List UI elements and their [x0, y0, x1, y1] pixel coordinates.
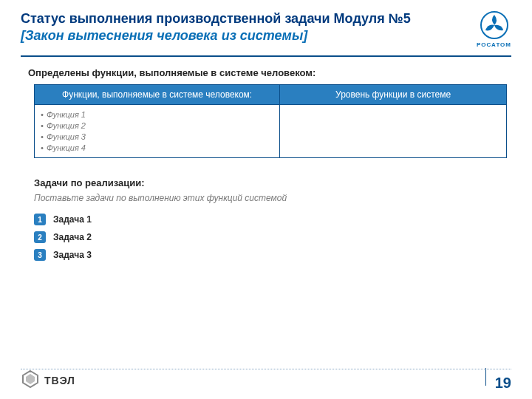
table-header-functions: Функции, выполняемые в системе человеком…: [35, 85, 280, 105]
task-row: 1 Задача 1: [34, 214, 511, 225]
logo-tvel-label: ТВЭЛ: [44, 375, 75, 386]
logo-rosatom-label: РОСАТОМ: [477, 41, 511, 48]
rosatom-icon: [477, 10, 511, 40]
header: Статус выполнения производственной задач…: [21, 10, 511, 48]
logo-rosatom: РОСАТОМ: [477, 10, 511, 48]
functions-table: Функции, выполняемые в системе человеком…: [34, 84, 507, 158]
svg-marker-2: [26, 374, 35, 384]
table-cell-level: [280, 105, 507, 158]
page-separator: [485, 368, 486, 386]
task-row: 3 Задача 3: [34, 249, 511, 261]
function-item: Функция 2: [41, 120, 273, 132]
header-rule: [21, 55, 511, 57]
page-title-line1: Статус выполнения производственной задач…: [21, 10, 411, 27]
title-block: Статус выполнения производственной задач…: [21, 10, 411, 44]
task-row: 2 Задача 2: [34, 231, 511, 243]
task-label: Задача 1: [53, 214, 92, 225]
logo-tvel: ТВЭЛ: [21, 369, 75, 392]
tvel-icon: [21, 369, 40, 392]
function-item: Функция 1: [41, 109, 273, 120]
function-item: Функция 3: [41, 132, 273, 143]
functions-heading: Определены функции, выполняемые в систем…: [28, 67, 511, 78]
page-number: 19: [495, 375, 511, 392]
tasks-note: Поставьте задачи по выполнению этих функ…: [34, 193, 511, 203]
page-title-line2: [Закон вытеснения человека из системы]: [21, 27, 411, 44]
tasks-list: 1 Задача 1 2 Задача 2 3 Задача 3: [34, 214, 511, 261]
task-label: Задача 3: [53, 250, 92, 260]
function-item: Функция 4: [41, 143, 273, 154]
table-row: Функция 1 Функция 2 Функция 3 Функция 4: [35, 105, 507, 158]
tasks-heading: Задачи по реализации:: [34, 177, 511, 188]
table-cell-functions: Функция 1 Функция 2 Функция 3 Функция 4: [35, 105, 280, 158]
slide: Статус выполнения производственной задач…: [0, 0, 532, 399]
task-badge: 1: [34, 214, 46, 225]
task-label: Задача 2: [53, 232, 92, 242]
task-badge: 2: [34, 231, 46, 243]
table-header-level: Уровень функции в системе: [280, 85, 507, 105]
task-badge: 3: [34, 249, 46, 261]
footer: ТВЭЛ 19: [0, 369, 532, 392]
